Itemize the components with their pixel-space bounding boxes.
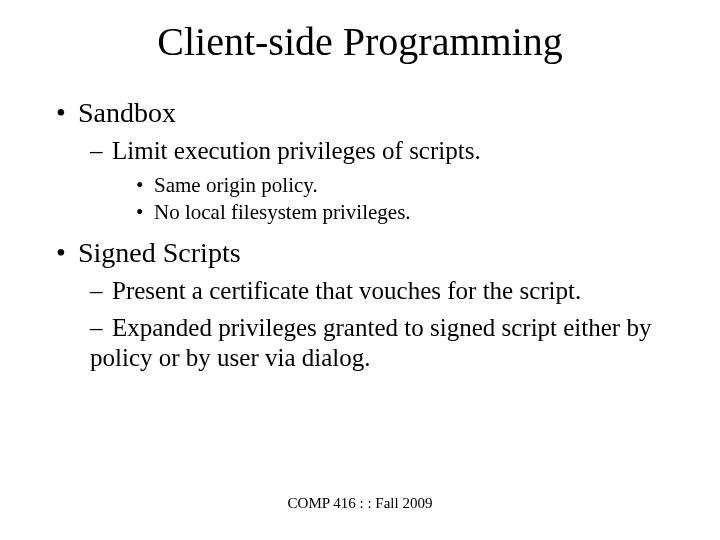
bullet-sandbox: •Sandbox (56, 96, 670, 130)
bullet-text: Sandbox (78, 97, 176, 128)
subbullet-limit: –Limit execution privileges of scripts. (90, 136, 670, 167)
slide-body: •Sandbox –Limit execution privileges of … (56, 96, 670, 380)
bullet-text: Same origin policy. (154, 173, 318, 197)
subsubbullet-no-fs: •No local filesystem privileges. (136, 200, 670, 226)
bullet-icon: • (56, 96, 78, 130)
dash-icon: – (90, 276, 112, 307)
bullet-signed-scripts: •Signed Scripts (56, 236, 670, 270)
bullet-text: Limit execution privileges of scripts. (112, 137, 481, 164)
bullet-text: No local filesystem privileges. (154, 200, 411, 224)
bullet-text: Expanded privileges granted to signed sc… (90, 314, 651, 372)
slide-title: Client-side Programming (0, 18, 720, 65)
bullet-text: Present a certificate that vouches for t… (112, 277, 581, 304)
dash-icon: – (90, 136, 112, 167)
bullet-text: Signed Scripts (78, 237, 241, 268)
bullet-icon: • (136, 173, 154, 199)
bullet-icon: • (56, 236, 78, 270)
subbullet-expanded: –Expanded privileges granted to signed s… (90, 313, 670, 374)
slide: Client-side Programming •Sandbox –Limit … (0, 0, 720, 540)
subbullet-cert: –Present a certificate that vouches for … (90, 276, 670, 307)
subsubbullet-same-origin: •Same origin policy. (136, 173, 670, 199)
slide-footer: COMP 416 : : Fall 2009 (0, 495, 720, 512)
bullet-icon: • (136, 200, 154, 226)
dash-icon: – (90, 313, 112, 344)
